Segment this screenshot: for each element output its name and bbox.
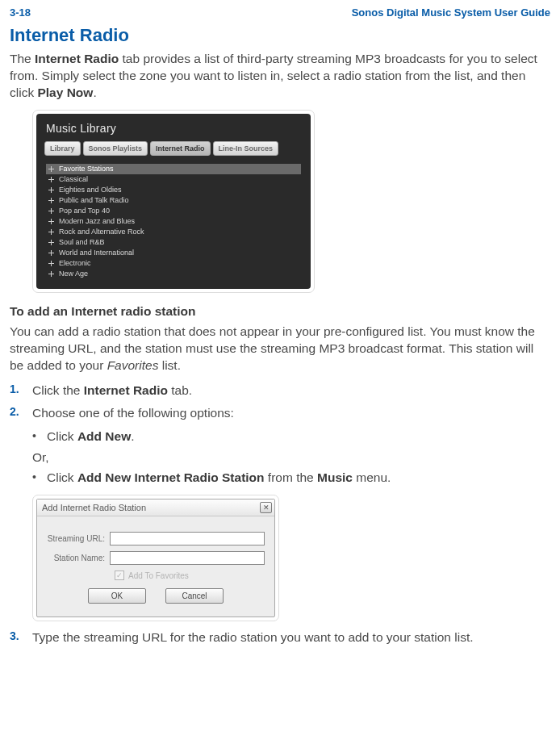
text-bold: Internet Radio [84, 383, 168, 397]
step-text: Choose one of the following options: [32, 405, 234, 422]
text: from the [265, 470, 317, 484]
list-item-label: Pop and Top 40 [59, 207, 110, 215]
text: Click the [32, 383, 84, 397]
dialog-titlebar: Add Internet Radio Station ✕ [37, 499, 274, 516]
list-item-label: Rock and Alternative Rock [59, 228, 144, 236]
close-icon[interactable]: ✕ [260, 502, 272, 513]
list-item-label: New Age [59, 270, 88, 278]
music-library-screenshot: Music Library Library Sonos Playlists In… [32, 110, 315, 293]
steps-list: 1. Click the Internet Radio tab. 2. Choo… [10, 382, 550, 423]
ok-button[interactable]: OK [88, 588, 146, 604]
running-header: 3-18 Sonos Digital Music System User Gui… [10, 6, 550, 19]
text: . [93, 86, 96, 99]
step-2: 2. Choose one of the following options: [10, 405, 550, 422]
text: Click [47, 470, 77, 484]
bullet-text: Click Add New. [47, 428, 135, 445]
expand-icon [48, 270, 55, 278]
intro-paragraph: The Internet Radio tab provides a list o… [10, 51, 550, 102]
dialog-buttons: OK Cancel [47, 588, 265, 608]
label-streaming-url: Streaming URL: [47, 534, 110, 543]
list-item-label: Modern Jazz and Blues [59, 217, 135, 225]
text-italic-favorites: Favorites [107, 358, 159, 372]
music-library-panel: Music Library Library Sonos Playlists In… [36, 114, 311, 289]
list-item[interactable]: Rock and Alternative Rock [46, 227, 301, 237]
list-item[interactable]: Eighties and Oldies [46, 185, 301, 195]
step-number: 3. [10, 629, 32, 642]
expand-icon [48, 207, 55, 215]
row-streaming-url: Streaming URL: [47, 532, 265, 545]
text: tab. [168, 383, 192, 397]
list-item[interactable]: Favorite Stations [46, 164, 301, 174]
list-item[interactable]: Electronic [46, 258, 301, 269]
station-name-input[interactable] [110, 551, 265, 565]
list-item[interactable]: Modern Jazz and Blues [46, 216, 301, 227]
bullet-add-new: • Click Add New. [32, 428, 550, 445]
label-add-to-favorites: Add To Favorites [128, 571, 189, 580]
guide-title: Sonos Digital Music System User Guide [352, 6, 550, 19]
list-item-label: Soul and R&B [59, 238, 105, 246]
step-3: 3. Type the streaming URL for the radio … [10, 629, 550, 646]
text: Click [47, 429, 77, 443]
expand-icon [48, 176, 55, 183]
step-text: Type the streaming URL for the radio sta… [32, 629, 474, 646]
bullet-add-new-menu: • Click Add New Internet Radio Station f… [32, 470, 550, 487]
music-library-title: Music Library [43, 120, 304, 141]
list-item-label: Classical [59, 175, 88, 183]
text: menu. [353, 470, 391, 484]
dialog-body: Streaming URL: Station Name: ✓ Add To Fa… [37, 516, 274, 617]
expand-icon [48, 249, 55, 257]
list-item[interactable]: Pop and Top 40 [46, 206, 301, 216]
list-item-label: World and International [59, 249, 134, 257]
list-item[interactable]: New Age [46, 269, 301, 279]
list-item[interactable]: World and International [46, 248, 301, 258]
subheading-add-station: To add an Internet radio station [10, 304, 550, 319]
expand-icon [48, 228, 55, 236]
add-to-favorites-checkbox[interactable]: ✓ [115, 571, 124, 580]
station-category-list: Favorite Stations Classical Eighties and… [43, 162, 304, 281]
step-text: Click the Internet Radio tab. [32, 382, 192, 399]
text: The [10, 52, 35, 65]
list-item-label: Electronic [59, 259, 91, 267]
text: list. [158, 358, 181, 372]
list-item[interactable]: Soul and R&B [46, 237, 301, 248]
steps-list-continued: 3. Type the streaming URL for the radio … [10, 629, 550, 646]
text-bold: Music [317, 470, 353, 484]
bullet-icon: • [32, 470, 47, 486]
list-item-label: Public and Talk Radio [59, 196, 128, 204]
list-item[interactable]: Classical [46, 174, 301, 185]
expand-icon [48, 239, 55, 246]
step-1: 1. Click the Internet Radio tab. [10, 382, 550, 399]
text-bold-play-now: Play Now [37, 86, 93, 99]
tab-library[interactable]: Library [44, 141, 81, 156]
row-add-to-favorites: ✓ Add To Favorites [115, 571, 265, 580]
text: . [131, 429, 134, 443]
or-text: Or, [32, 450, 550, 465]
bullet-icon: • [32, 428, 47, 445]
add-station-dialog: Add Internet Radio Station ✕ Streaming U… [36, 499, 275, 617]
cancel-button[interactable]: Cancel [165, 588, 224, 604]
page: 3-18 Sonos Digital Music System User Gui… [0, 0, 560, 662]
expand-icon [48, 260, 55, 267]
bullet-text: Click Add New Internet Radio Station fro… [47, 470, 391, 487]
text: You can add a radio station that does no… [10, 324, 535, 372]
list-item-label: Eighties and Oldies [59, 186, 122, 194]
list-item-label: Favorite Stations [59, 165, 114, 173]
streaming-url-input[interactable] [110, 532, 265, 545]
text-bold-internet-radio: Internet Radio [35, 52, 119, 65]
expand-icon [48, 218, 55, 225]
tab-sonos-playlists[interactable]: Sonos Playlists [83, 141, 148, 156]
section-heading: Internet Radio [10, 25, 550, 46]
music-library-tabs: Library Sonos Playlists Internet Radio L… [43, 141, 304, 162]
dialog-title: Add Internet Radio Station [42, 503, 146, 512]
tab-line-in-sources[interactable]: Line-In Sources [213, 141, 279, 156]
label-station-name: Station Name: [47, 554, 110, 562]
page-number: 3-18 [10, 6, 31, 19]
tab-internet-radio[interactable]: Internet Radio [150, 141, 211, 156]
list-item[interactable]: Public and Talk Radio [46, 195, 301, 206]
expand-icon [48, 165, 55, 173]
expand-icon [48, 186, 55, 194]
add-station-paragraph: You can add a radio station that does no… [10, 324, 550, 374]
step-number: 1. [10, 382, 32, 395]
text-bold: Add New [77, 429, 131, 443]
step-number: 2. [10, 405, 32, 418]
